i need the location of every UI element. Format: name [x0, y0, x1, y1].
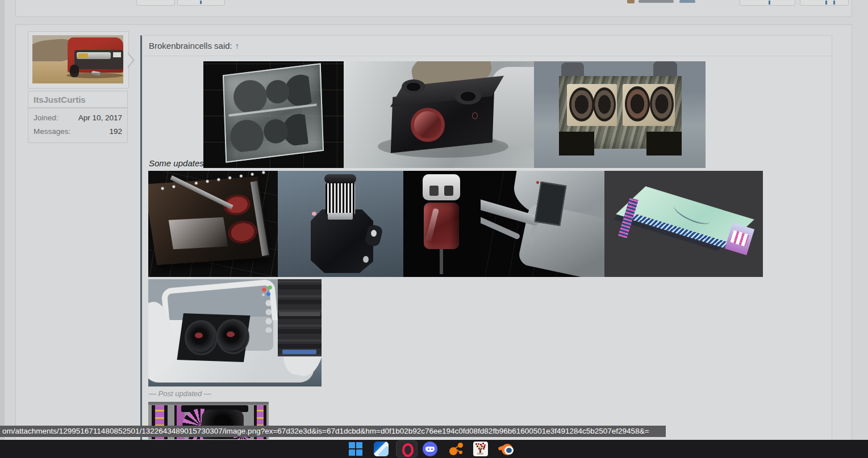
windows-start-icon[interactable] [349, 442, 364, 457]
username[interactable]: ItsJustCurtis [28, 91, 128, 108]
button-text-fragment [833, 1, 835, 5]
prev-quote-button-right[interactable] [740, 0, 795, 6]
user-stats: Joined: Apr 10, 2017 Messages: 192 [28, 108, 128, 143]
pink-dot [312, 212, 316, 216]
viewport-buttons [265, 300, 272, 333]
pixel-base [477, 453, 483, 455]
render-red-jar[interactable] [403, 171, 481, 277]
small-red-ring [472, 112, 478, 119]
prev-quote-button[interactable] [177, 0, 225, 6]
win-square [349, 449, 355, 456]
goto-quoted-post-arrow[interactable]: ↑ [235, 41, 240, 51]
win-square [356, 449, 362, 456]
left-gutter [0, 0, 5, 440]
pixel-tree-icon[interactable] [473, 442, 488, 456]
render-striped-reservoir[interactable] [278, 171, 403, 277]
discord-icon[interactable] [423, 442, 437, 456]
render-teal-amplifier[interactable] [604, 171, 763, 277]
driver [625, 86, 650, 121]
blender-n-panel [278, 279, 322, 356]
tab-hole [363, 256, 369, 263]
render-gray-chassis[interactable] [481, 171, 604, 277]
link-url-status-tooltip: om/attachments/1299516711480852501/13226… [0, 426, 666, 437]
dd-logo [227, 331, 235, 337]
stat-joined: Joined: Apr 10, 2017 [34, 114, 122, 122]
port-opening [646, 132, 682, 156]
likes-summary-avatar[interactable] [627, 0, 635, 3]
cap-slot [429, 186, 439, 196]
opera-ring [402, 443, 414, 457]
driver [569, 87, 594, 121]
stat-messages: Messages: 192 [34, 127, 122, 136]
discord-face [425, 447, 435, 452]
messages-label: Messages: [34, 127, 70, 136]
sub-cup [402, 79, 425, 94]
pixel-cluster [475, 443, 477, 445]
joined-label: Joined: [34, 114, 59, 122]
avatar-pointer-fill [127, 53, 133, 67]
opera-gx-icon[interactable] [399, 442, 414, 456]
render-black-box-red-port[interactable] [344, 61, 534, 168]
blender-core [504, 446, 514, 455]
panel-button [282, 350, 316, 354]
sub-cup [455, 89, 481, 104]
screen: ItsJustCurtis Joined: Apr 10, 2017 Messa… [0, 0, 868, 458]
discord-eye [428, 448, 429, 450]
quote-header: Brokenbraincells said:↑ [142, 36, 832, 56]
likes-summary-text-fragment [639, 0, 674, 3]
avatar-taillight [78, 53, 88, 58]
collar [328, 213, 353, 220]
inner-glow [169, 217, 228, 249]
jar-cap [423, 174, 460, 200]
prev-like-button[interactable] [136, 0, 175, 6]
orange-molecule-icon[interactable] [448, 442, 463, 456]
discord-eye [431, 448, 433, 450]
blue-app-icon[interactable] [374, 442, 389, 456]
blender-icon[interactable] [498, 442, 513, 456]
panel-highlight-row [279, 312, 320, 316]
render-wooden-amp-case[interactable] [148, 171, 278, 277]
molecule-atom-large [449, 447, 457, 455]
port-opening [559, 132, 594, 156]
some-updates-text: Some updates [149, 158, 204, 168]
post-updated-text: — Post updated — [149, 389, 211, 398]
dd-logo [195, 333, 203, 338]
tab-hole [371, 230, 377, 237]
molecule-atom-medium [458, 443, 463, 448]
render-white-car-two-subs[interactable] [148, 279, 322, 386]
render-glass-subwoofer-box[interactable] [203, 61, 344, 168]
avatar-box [28, 31, 129, 89]
cylinder-cap [324, 174, 356, 183]
button-text-fragment [769, 1, 770, 5]
quote-attribution: Brokenbraincells said: [149, 41, 232, 51]
prev-reply-button[interactable] [800, 0, 849, 6]
likes-list-link-fragment[interactable] [679, 0, 695, 3]
win-square [349, 442, 355, 448]
driver [593, 87, 616, 121]
win-square [356, 442, 362, 448]
red-port [411, 108, 445, 142]
avatar[interactable] [32, 35, 123, 83]
messages-value: 192 [109, 127, 122, 136]
driver [650, 86, 674, 121]
taskbar [0, 440, 868, 458]
jar-stem [440, 249, 443, 274]
molecule-atom-small [459, 451, 462, 454]
avatar-plate [113, 52, 121, 57]
red-dot [536, 181, 539, 184]
quote-block: Brokenbraincells said:↑ [140, 35, 832, 458]
button-text-fragment [825, 1, 827, 5]
striped-cylinder [326, 181, 355, 214]
button-text-fragment [200, 1, 202, 4]
joined-value: Apr 10, 2017 [78, 114, 122, 122]
cap-slot [444, 186, 453, 196]
viewport-gizmo [260, 284, 274, 299]
render-marble-sub-wall[interactable] [534, 61, 706, 168]
avatar-shadow [66, 73, 123, 78]
